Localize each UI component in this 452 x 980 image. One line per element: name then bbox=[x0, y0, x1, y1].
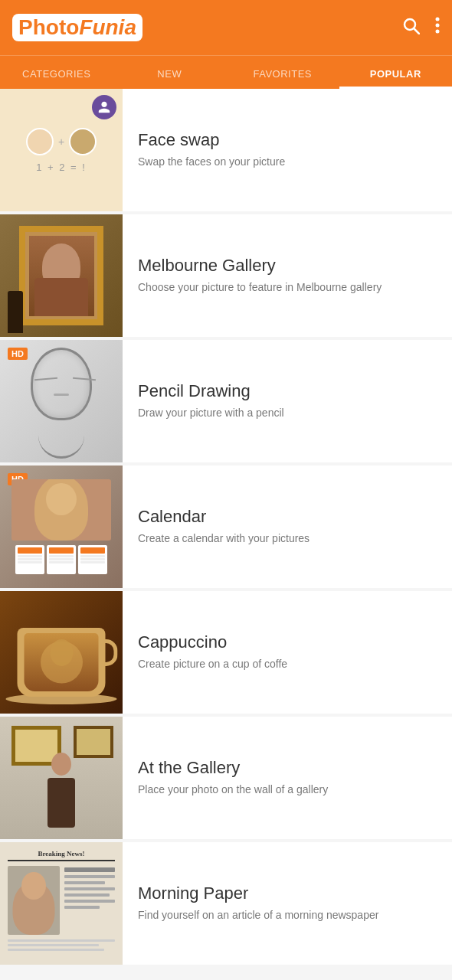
list-item[interactable]: HD Melbourne Gallery Choose your picture… bbox=[0, 214, 452, 337]
tab-new[interactable]: NEW bbox=[113, 56, 227, 89]
list-item[interactable]: HD Pencil Drawing Draw your picture with… bbox=[0, 340, 452, 462]
faceswap-icon bbox=[92, 95, 116, 119]
svg-point-0 bbox=[405, 19, 415, 30]
effect-title: Melbourne Gallery bbox=[138, 256, 437, 276]
faceswap-faces: + bbox=[26, 128, 97, 155]
effect-description: Create picture on a cup of coffe bbox=[138, 657, 437, 672]
more-options-button[interactable] bbox=[435, 16, 440, 39]
effect-title: At the Gallery bbox=[138, 758, 437, 778]
effect-title: Calendar bbox=[138, 507, 437, 527]
effect-title: Pencil Drawing bbox=[138, 381, 437, 401]
tab-favorites[interactable]: FAVORITES bbox=[226, 56, 339, 89]
logo-funia: Funia bbox=[79, 15, 136, 39]
effects-list: + 1 + 2 = ! Face swap Swap the faces on … bbox=[0, 89, 452, 965]
search-button[interactable] bbox=[401, 16, 420, 39]
list-item[interactable]: + 1 + 2 = ! Face swap Swap the faces on … bbox=[0, 89, 452, 211]
header-icons bbox=[401, 16, 440, 39]
svg-point-4 bbox=[436, 30, 440, 34]
effect-description: Place your photo on the wall of a galler… bbox=[138, 782, 437, 798]
effect-content-morning-paper: Morning Paper Find yourself on an articl… bbox=[123, 871, 452, 936]
effect-thumbnail-melbourne-gallery: HD bbox=[0, 214, 123, 337]
list-item[interactable]: HD At the Gallery Place your photo on th… bbox=[0, 717, 452, 839]
list-item[interactable]: Cappuccino Create picture on a cup of co… bbox=[0, 591, 452, 714]
effect-description: Create a calendar with your pictures bbox=[138, 531, 437, 547]
svg-point-2 bbox=[436, 18, 440, 21]
logo-photo: Photo bbox=[18, 15, 79, 39]
svg-point-3 bbox=[436, 24, 440, 28]
effect-content-pencil-drawing: Pencil Drawing Draw your picture with a … bbox=[123, 369, 452, 433]
effect-thumbnail-pencil-drawing: HD bbox=[0, 340, 123, 462]
list-item[interactable]: HD Breaking News! bbox=[0, 842, 452, 965]
effect-thumbnail-face-swap: + 1 + 2 = ! bbox=[0, 89, 123, 211]
effect-description: Find yourself on an article of a morning… bbox=[138, 908, 437, 923]
tab-popular[interactable]: POPULAR bbox=[339, 56, 453, 89]
effect-title: Face swap bbox=[138, 130, 437, 150]
effect-thumbnail-at-the-gallery: HD bbox=[0, 717, 123, 839]
effect-description: Draw your picture with a pencil bbox=[138, 406, 437, 421]
effect-content-at-the-gallery: At the Gallery Place your photo on the w… bbox=[123, 746, 452, 810]
faceswap-formula: 1 + 2 = ! bbox=[36, 162, 87, 173]
effect-thumbnail-cappuccino bbox=[0, 591, 123, 714]
tab-categories[interactable]: CATEGORIES bbox=[0, 56, 113, 89]
effect-content-melbourne-gallery: Melbourne Gallery Choose your picture to… bbox=[123, 243, 452, 308]
app-logo: PhotoFunia bbox=[12, 14, 142, 41]
effect-content-face-swap: Face swap Swap the faces on your picture bbox=[123, 118, 452, 182]
face1 bbox=[26, 128, 54, 155]
effect-thumbnail-morning-paper: HD Breaking News! bbox=[0, 842, 123, 965]
tab-bar: CATEGORIES NEW FAVORITES POPULAR bbox=[0, 55, 452, 89]
effect-content-calendar: Calendar Create a calendar with your pic… bbox=[123, 495, 452, 559]
effect-description: Choose your picture to feature in Melbou… bbox=[138, 280, 437, 296]
effect-content-cappuccino: Cappuccino Create picture on a cup of co… bbox=[123, 620, 452, 684]
effect-title: Cappuccino bbox=[138, 632, 437, 652]
effect-title: Morning Paper bbox=[138, 884, 437, 903]
effect-description: Swap the faces on your picture bbox=[138, 155, 437, 170]
list-item[interactable]: HD bbox=[0, 466, 452, 588]
svg-line-1 bbox=[414, 29, 419, 34]
face2 bbox=[69, 128, 97, 155]
app-header: PhotoFunia bbox=[0, 0, 452, 55]
effect-thumbnail-calendar: HD bbox=[0, 466, 123, 588]
